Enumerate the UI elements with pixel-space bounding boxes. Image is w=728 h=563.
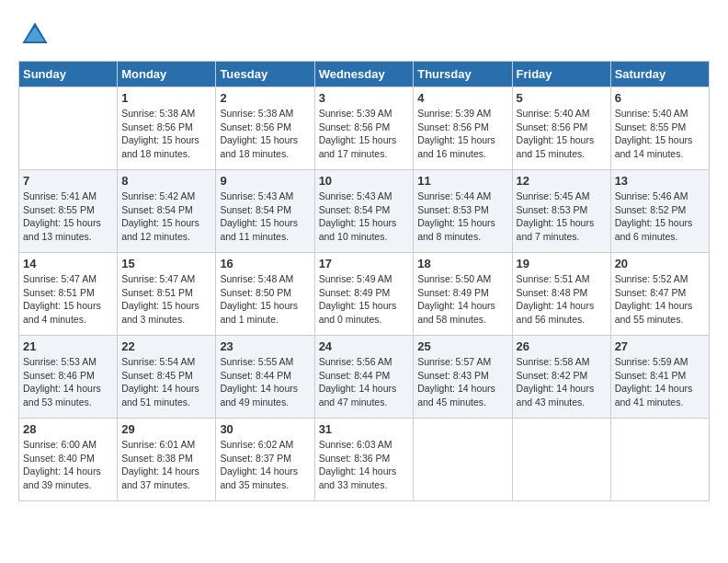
day-number: 7 [23,174,113,188]
day-number: 12 [517,174,607,188]
day-number: 8 [121,174,211,188]
day-detail: Sunrise: 5:38 AM Sunset: 8:56 PM Dayligh… [121,108,199,159]
calendar-header-thursday: Thursday [414,62,512,87]
day-number: 9 [220,174,310,188]
day-number: 4 [417,91,507,105]
day-number: 16 [220,257,310,270]
day-detail: Sunrise: 5:40 AM Sunset: 8:55 PM Dayligh… [615,108,693,159]
calendar-cell: 28Sunrise: 6:00 AM Sunset: 8:40 PM Dayli… [19,419,118,501]
day-number: 27 [615,339,705,353]
calendar-cell: 9Sunrise: 5:43 AM Sunset: 8:54 PM Daylig… [216,170,314,253]
calendar-cell: 30Sunrise: 6:02 AM Sunset: 8:37 PM Dayli… [216,419,314,501]
day-number: 25 [417,339,507,353]
calendar-cell: 14Sunrise: 5:47 AM Sunset: 8:51 PM Dayli… [19,253,118,336]
page-header [18,18,710,52]
calendar-cell: 1Sunrise: 5:38 AM Sunset: 8:56 PM Daylig… [118,87,216,170]
calendar-cell: 27Sunrise: 5:59 AM Sunset: 8:41 PM Dayli… [610,336,709,419]
day-number: 1 [121,91,211,105]
day-number: 14 [23,257,113,270]
day-detail: Sunrise: 5:42 AM Sunset: 8:54 PM Dayligh… [121,190,199,242]
day-detail: Sunrise: 6:03 AM Sunset: 8:36 PM Dayligh… [319,439,397,490]
day-detail: Sunrise: 6:01 AM Sunset: 8:38 PM Dayligh… [121,439,199,490]
calendar-cell: 16Sunrise: 5:48 AM Sunset: 8:50 PM Dayli… [216,253,314,336]
calendar-header-row: SundayMondayTuesdayWednesdayThursdayFrid… [19,62,710,87]
day-number: 5 [517,91,607,105]
calendar-header-tuesday: Tuesday [216,62,314,87]
calendar-header-friday: Friday [512,62,610,87]
calendar-cell: 11Sunrise: 5:44 AM Sunset: 8:53 PM Dayli… [414,170,512,253]
day-detail: Sunrise: 5:57 AM Sunset: 8:43 PM Dayligh… [417,356,495,408]
calendar-cell: 18Sunrise: 5:50 AM Sunset: 8:49 PM Dayli… [414,253,512,336]
calendar-cell [414,419,512,501]
calendar-cell: 8Sunrise: 5:42 AM Sunset: 8:54 PM Daylig… [118,170,216,253]
calendar-cell: 19Sunrise: 5:51 AM Sunset: 8:48 PM Dayli… [512,253,610,336]
calendar-week-row: 7Sunrise: 5:41 AM Sunset: 8:55 PM Daylig… [19,170,710,253]
calendar-cell: 6Sunrise: 5:40 AM Sunset: 8:55 PM Daylig… [610,87,709,170]
day-number: 10 [319,174,410,188]
logo-icon [18,18,51,52]
calendar-cell: 12Sunrise: 5:45 AM Sunset: 8:53 PM Dayli… [512,170,610,253]
calendar-cell: 10Sunrise: 5:43 AM Sunset: 8:54 PM Dayli… [314,170,414,253]
calendar-cell: 24Sunrise: 5:56 AM Sunset: 8:44 PM Dayli… [314,336,414,419]
day-detail: Sunrise: 5:43 AM Sunset: 8:54 PM Dayligh… [220,190,298,242]
calendar-cell: 21Sunrise: 5:53 AM Sunset: 8:46 PM Dayli… [19,336,118,419]
day-number: 6 [615,91,705,105]
day-detail: Sunrise: 5:49 AM Sunset: 8:49 PM Dayligh… [319,273,397,325]
calendar-week-row: 14Sunrise: 5:47 AM Sunset: 8:51 PM Dayli… [19,253,710,336]
day-number: 21 [23,339,113,353]
calendar-cell: 25Sunrise: 5:57 AM Sunset: 8:43 PM Dayli… [414,336,512,419]
calendar-header-monday: Monday [118,62,216,87]
day-detail: Sunrise: 5:56 AM Sunset: 8:44 PM Dayligh… [319,356,397,408]
day-detail: Sunrise: 5:55 AM Sunset: 8:44 PM Dayligh… [220,356,298,408]
day-detail: Sunrise: 5:45 AM Sunset: 8:53 PM Dayligh… [517,190,595,242]
day-detail: Sunrise: 5:40 AM Sunset: 8:56 PM Dayligh… [517,108,595,159]
calendar-header-sunday: Sunday [19,62,118,87]
calendar-cell [19,87,118,170]
day-detail: Sunrise: 5:47 AM Sunset: 8:51 PM Dayligh… [121,273,199,325]
day-detail: Sunrise: 5:54 AM Sunset: 8:45 PM Dayligh… [121,356,199,408]
calendar-cell: 31Sunrise: 6:03 AM Sunset: 8:36 PM Dayli… [314,419,414,501]
calendar-cell: 3Sunrise: 5:39 AM Sunset: 8:56 PM Daylig… [314,87,414,170]
calendar-cell: 5Sunrise: 5:40 AM Sunset: 8:56 PM Daylig… [512,87,610,170]
day-number: 3 [319,91,410,105]
day-detail: Sunrise: 5:50 AM Sunset: 8:49 PM Dayligh… [417,273,495,325]
day-number: 17 [319,257,410,270]
day-detail: Sunrise: 5:53 AM Sunset: 8:46 PM Dayligh… [23,356,101,408]
day-detail: Sunrise: 5:41 AM Sunset: 8:55 PM Dayligh… [23,190,101,242]
day-detail: Sunrise: 5:44 AM Sunset: 8:53 PM Dayligh… [417,190,495,242]
calendar-week-row: 21Sunrise: 5:53 AM Sunset: 8:46 PM Dayli… [19,336,710,419]
calendar-cell: 23Sunrise: 5:55 AM Sunset: 8:44 PM Dayli… [216,336,314,419]
day-number: 19 [517,257,607,270]
day-detail: Sunrise: 5:48 AM Sunset: 8:50 PM Dayligh… [220,273,298,325]
day-detail: Sunrise: 5:52 AM Sunset: 8:47 PM Dayligh… [615,273,693,325]
day-number: 20 [615,257,705,270]
day-number: 23 [220,339,310,353]
day-number: 28 [23,422,113,436]
day-detail: Sunrise: 5:39 AM Sunset: 8:56 PM Dayligh… [417,108,495,159]
calendar-cell: 13Sunrise: 5:46 AM Sunset: 8:52 PM Dayli… [610,170,709,253]
day-number: 15 [121,257,211,270]
day-detail: Sunrise: 5:38 AM Sunset: 8:56 PM Dayligh… [220,108,298,159]
day-detail: Sunrise: 5:46 AM Sunset: 8:52 PM Dayligh… [615,190,693,242]
calendar-cell: 26Sunrise: 5:58 AM Sunset: 8:42 PM Dayli… [512,336,610,419]
day-number: 29 [121,422,211,436]
calendar-cell: 4Sunrise: 5:39 AM Sunset: 8:56 PM Daylig… [414,87,512,170]
calendar-cell: 15Sunrise: 5:47 AM Sunset: 8:51 PM Dayli… [118,253,216,336]
day-detail: Sunrise: 5:58 AM Sunset: 8:42 PM Dayligh… [517,356,595,408]
day-number: 31 [319,422,410,436]
logo [18,18,55,52]
calendar-cell [512,419,610,501]
calendar-week-row: 28Sunrise: 6:00 AM Sunset: 8:40 PM Dayli… [19,419,710,501]
day-number: 24 [319,339,410,353]
calendar-cell: 2Sunrise: 5:38 AM Sunset: 8:56 PM Daylig… [216,87,314,170]
day-number: 11 [417,174,507,188]
day-number: 22 [121,339,211,353]
calendar-cell: 17Sunrise: 5:49 AM Sunset: 8:49 PM Dayli… [314,253,414,336]
calendar-cell: 20Sunrise: 5:52 AM Sunset: 8:47 PM Dayli… [610,253,709,336]
calendar-cell: 22Sunrise: 5:54 AM Sunset: 8:45 PM Dayli… [118,336,216,419]
day-detail: Sunrise: 5:59 AM Sunset: 8:41 PM Dayligh… [615,356,693,408]
day-detail: Sunrise: 5:43 AM Sunset: 8:54 PM Dayligh… [319,190,397,242]
day-detail: Sunrise: 5:51 AM Sunset: 8:48 PM Dayligh… [517,273,595,325]
day-detail: Sunrise: 5:47 AM Sunset: 8:51 PM Dayligh… [23,273,101,325]
day-detail: Sunrise: 6:00 AM Sunset: 8:40 PM Dayligh… [23,439,101,490]
